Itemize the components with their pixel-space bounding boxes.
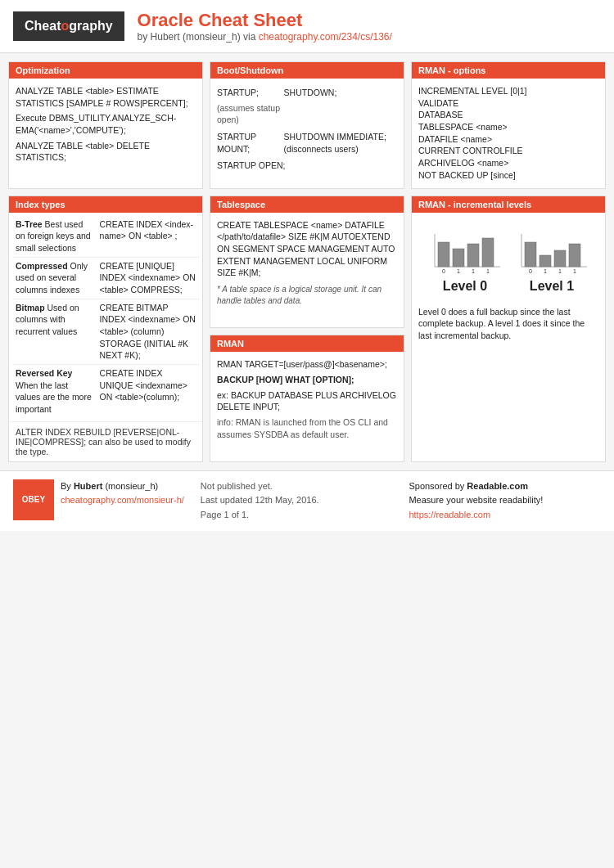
- svg-rect-15: [569, 244, 580, 267]
- level1-svg: 0 1 1 1: [513, 226, 591, 275]
- tablespace-card: Tablespace CREATE TABLESPACE <name> DATA…: [210, 196, 404, 329]
- svg-rect-2: [438, 242, 449, 267]
- index-row-compressed: Compressed Only used on several columns …: [12, 257, 199, 299]
- alter-note: ALTER INDEX REBUILD [REVERSE|ONL­INE|COM…: [9, 421, 202, 461]
- tablespace-content: CREATE TABLESPACE <name> DATAFILE </path…: [217, 219, 397, 279]
- rman-opt-7: ARCHIVELOG <name>: [418, 157, 598, 169]
- rman-options-body: INCREMENTAL LEVEL [0|1] VALIDATE DATABAS…: [412, 79, 605, 188]
- footer-info: By Hubert (monsieur_h) cheatography.com/…: [61, 479, 184, 508]
- boot-shutdown-header: Boot/Shutdown: [210, 62, 404, 79]
- svg-text:0: 0: [529, 268, 532, 274]
- footer-author-link[interactable]: cheatography.com/monsieur-h/: [61, 495, 184, 505]
- opt-line-1: ANALYZE TABLE <table> ESTIMATE STATISTIC…: [16, 85, 196, 109]
- boot-row-1: STARTUP; SHUTDOWN;: [217, 85, 397, 101]
- boot-row-3: STARTUP MOUNT; SHUTDOWN IMMEDIATE; (disc…: [217, 128, 397, 156]
- rman-levels-desc: Level 0 does a full backup since the las…: [418, 306, 598, 342]
- svg-rect-4: [467, 244, 479, 267]
- rman-options-header: RMAN - options: [412, 62, 605, 79]
- optimization-body: ANALYZE TABLE <table> ESTIMATE STATISTIC…: [9, 79, 202, 170]
- optimization-card: Optimization ANALYZE TABLE <table> ESTIM…: [8, 61, 203, 189]
- level1-label: Level 1: [513, 277, 591, 295]
- rman-line-4: info: RMAN is launched from the OS CLI a…: [217, 416, 397, 440]
- svg-text:1: 1: [573, 268, 576, 274]
- rman-line-2: BACKUP [HOW] WHAT [OPTION];: [217, 374, 397, 386]
- footer-not-published: Not published yet.: [201, 479, 393, 494]
- svg-text:0: 0: [442, 268, 445, 274]
- boot-shutdown-card: Boot/Shutdown STARTUP; SHUTDOWN; (assume…: [210, 61, 404, 189]
- index-types-card: Index types B-Tree Best used on foreign …: [8, 196, 203, 462]
- main-content: Optimization ANALYZE TABLE <table> ESTIM…: [0, 53, 614, 470]
- tablespace-body: CREATE TABLESPACE <name> DATAFILE </path…: [210, 213, 404, 313]
- opt-line-3: ANALYZE TABLE <table> DELETE STATISTICS;: [16, 140, 196, 164]
- footer-page: Page 1 of 1.: [201, 508, 393, 523]
- page-header: Cheatography Oracle Cheat Sheet by Huber…: [0, 0, 614, 53]
- boot-shutdown-body: STARTUP; SHUTDOWN; (assumes statup open)…: [210, 79, 404, 180]
- byline: by Hubert (monsieur_h) via cheatography.…: [138, 31, 392, 43]
- svg-text:1: 1: [457, 268, 460, 274]
- rman-levels-body: 0 1 1 1 Level 0: [412, 213, 605, 349]
- index-types-header: Index types: [9, 196, 202, 213]
- rman-opt-3: DATABASE: [418, 109, 598, 121]
- rman-opt-5: DATAFILE <name>: [418, 133, 598, 146]
- svg-text:1: 1: [544, 268, 547, 274]
- level0-svg: 0 1 1 1: [427, 226, 504, 275]
- footer-logo: OBEY: [13, 479, 54, 520]
- svg-text:1: 1: [486, 268, 490, 274]
- opt-line-2: Execute DBMS_UTILITY.ANALYZE_SCH­EMA('<n…: [16, 112, 196, 136]
- rman-opt-6: CURRENT CONTROLFILE: [418, 145, 598, 157]
- rman-levels-card: RMAN - incremental levels: [411, 196, 606, 462]
- footer-last-updated: Last updated 12th May, 2016.: [201, 493, 393, 508]
- level1-diagram: 0 1 1 1 Level 1: [513, 226, 591, 296]
- svg-rect-13: [540, 255, 551, 267]
- rman-options-card: RMAN - options INCREMENTAL LEVEL [0|1] V…: [411, 61, 606, 189]
- rman-opt-8: NOT BACKED UP [since]: [418, 169, 598, 182]
- level0-label: Level 0: [427, 277, 504, 295]
- boot-row-2: (assumes statup open): [217, 101, 397, 128]
- index-row-bitmap: Bitmap Used on columns with recurrent va…: [12, 299, 199, 364]
- footer-author-section: OBEY By Hubert (monsieur_h) cheatography…: [13, 479, 184, 520]
- index-row-btree: B-Tree Best used on foreign keys and sma…: [12, 216, 199, 258]
- index-types-body: B-Tree Best used on foreign keys and sma…: [9, 213, 202, 421]
- index-row-reversed: Reversed Key When the last values are th…: [12, 365, 199, 418]
- svg-text:1: 1: [558, 268, 562, 274]
- svg-rect-12: [525, 242, 536, 267]
- svg-rect-14: [554, 250, 566, 267]
- logo: Cheatography: [13, 11, 124, 40]
- rman-opt-4: TABLESPACE <name>: [418, 121, 598, 133]
- rman-body: RMAN TARGET=[user/pass@]<basenam­e>; BAC…: [210, 352, 404, 447]
- rman-line-3: ex: BACKUP DATABASE PLUS ARCHIVELOG DELE…: [217, 389, 397, 413]
- rman-header: RMAN: [210, 335, 404, 352]
- optimization-header: Optimization: [9, 62, 202, 79]
- tablespace-note: * A table space is a logical storage uni…: [217, 284, 397, 307]
- level0-diagram: 0 1 1 1 Level 0: [427, 226, 504, 296]
- tablespace-header: Tablespace: [210, 196, 404, 213]
- rman-opt-1: INCREMENTAL LEVEL [0|1]: [418, 85, 598, 97]
- svg-rect-5: [482, 238, 494, 267]
- boot-row-4: STARTUP OPEN;: [217, 156, 397, 173]
- footer-sponsored-desc: Measure your website readability!: [409, 493, 601, 508]
- header-text: Oracle Cheat Sheet by Hubert (monsieur_h…: [138, 10, 392, 43]
- index-table: B-Tree Best used on foreign keys and sma…: [12, 216, 199, 418]
- rman-card: RMAN RMAN TARGET=[user/pass@]<basenam­e>…: [210, 335, 404, 462]
- rman-line-1: RMAN TARGET=[user/pass@]<basenam­e>;: [217, 358, 397, 371]
- page-title: Oracle Cheat Sheet: [138, 10, 392, 31]
- rman-levels-header: RMAN - incremental levels: [412, 196, 605, 213]
- svg-text:1: 1: [472, 268, 475, 274]
- footer-sponsored-url[interactable]: https://readable.com: [409, 510, 490, 519]
- rman-opt-2: VALIDATE: [418, 97, 598, 110]
- footer-author: By Hubert (monsieur_h): [61, 479, 184, 494]
- rman-diagram: 0 1 1 1 Level 0: [418, 219, 598, 299]
- footer-sponsored-by: Sponsored by Readable.com: [409, 479, 601, 494]
- footer-sponsor: Sponsored by Readable.com Measure your w…: [409, 479, 601, 523]
- footer: OBEY By Hubert (monsieur_h) cheatography…: [0, 470, 614, 531]
- cheatography-link[interactable]: cheatography.com/234/cs/136/: [259, 31, 392, 43]
- svg-rect-3: [453, 249, 464, 267]
- footer-meta: Not published yet. Last updated 12th May…: [201, 479, 393, 523]
